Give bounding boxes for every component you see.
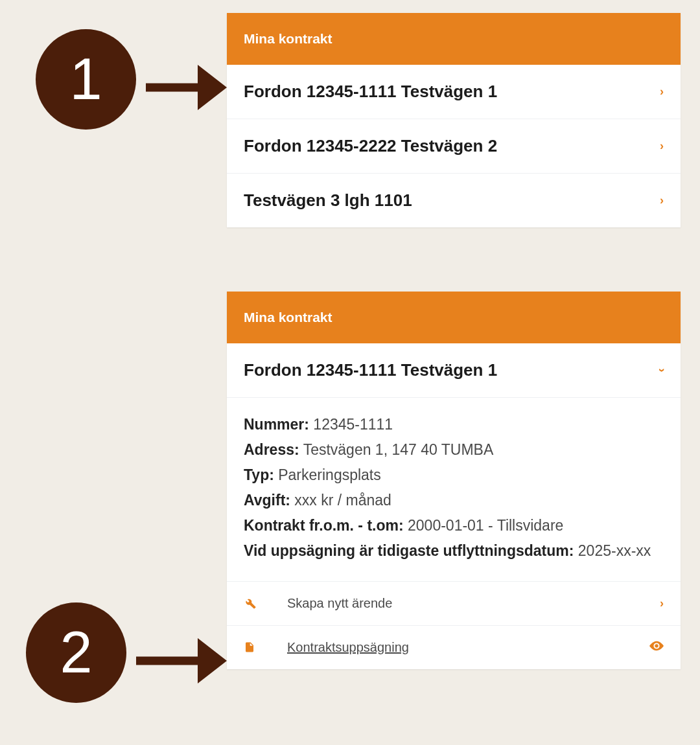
label-kontrakt: Kontrakt fr.o.m. - t.om: [244,517,404,534]
wrench-icon [244,597,258,610]
detail-row-uppsagning: Vid uppsägning är tidigaste utflyttnings… [244,538,664,564]
arrow-icon-1 [143,58,227,119]
label-avgift: Avgift: [244,492,290,509]
label-adress: Adress: [244,441,299,458]
contract-item-2[interactable]: Fordon 12345-2222 Testvägen 2 › [227,119,681,174]
label-typ: Typ: [244,466,274,483]
chevron-right-icon: › [660,85,664,98]
detail-row-avgift: Avgift: xxx kr / månad [244,488,664,513]
arrow-icon-2 [133,632,227,693]
action-kontraktsuppsagning[interactable]: Kontraktsuppsägning [227,626,681,669]
expanded-contract-header[interactable]: Fordon 12345-1111 Testvägen 1 › [227,343,681,398]
file-icon [244,641,258,654]
panel-title: Mina kontrakt [244,310,332,325]
value-uppsagning: 2025-xx-xx [574,542,651,559]
step-circle-1: 1 [36,29,136,130]
detail-row-typ: Typ: Parkeringsplats [244,463,664,488]
value-kontrakt: 2000-01-01 - Tillsvidare [404,517,564,534]
label-nummer: Nummer: [244,416,309,433]
value-adress: Testvägen 1, 147 40 TUMBA [299,441,494,458]
action-skapa-arende[interactable]: Skapa nytt ärende › [227,582,681,626]
step-number-1: 1 [69,46,102,113]
panel-title: Mina kontrakt [244,31,332,46]
contract-label: Testvägen 3 lgh 1101 [244,190,412,211]
detail-row-adress: Adress: Testvägen 1, 147 40 TUMBA [244,437,664,463]
action-label: Kontraktsuppsägning [287,640,620,655]
svg-marker-3 [198,638,227,683]
contract-item-1[interactable]: Fordon 12345-1111 Testvägen 1 › [227,65,681,119]
panel-header: Mina kontrakt [227,292,681,343]
value-nummer: 12345-1111 [309,416,393,433]
chevron-right-icon: › [660,597,664,610]
contract-label: Fordon 12345-1111 Testvägen 1 [244,82,497,102]
contracts-panel-expanded: Mina kontrakt Fordon 12345-1111 Testväge… [227,292,681,669]
contract-title: Fordon 12345-1111 Testvägen 1 [244,360,497,380]
chevron-right-icon: › [660,194,664,207]
contract-item-3[interactable]: Testvägen 3 lgh 1101 › [227,174,681,227]
contract-details: Nummer: 12345-1111 Adress: Testvägen 1, … [227,398,681,582]
action-label: Skapa nytt ärende [287,596,631,611]
value-avgift: xxx kr / månad [290,492,391,509]
svg-marker-1 [198,65,227,110]
step-number-2: 2 [60,619,92,686]
eye-icon [649,641,664,654]
detail-row-nummer: Nummer: 12345-1111 [244,412,664,437]
detail-row-kontrakt: Kontrakt fr.o.m. - t.om: 2000-01-01 - Ti… [244,513,664,538]
value-typ: Parkeringsplats [274,466,381,483]
panel-header: Mina kontrakt [227,13,681,65]
contract-label: Fordon 12345-2222 Testvägen 2 [244,136,497,156]
label-uppsagning: Vid uppsägning är tidigaste utflyttnings… [244,542,574,559]
step-circle-2: 2 [26,602,126,703]
chevron-down-icon: › [655,369,669,372]
contracts-panel-collapsed: Mina kontrakt Fordon 12345-1111 Testväge… [227,13,681,227]
chevron-right-icon: › [660,139,664,153]
